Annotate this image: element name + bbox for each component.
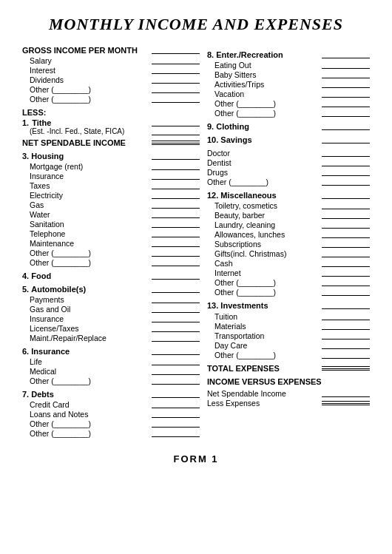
transportation-line [322,332,370,340]
food-num: 4. [22,271,29,280]
gifts-row: Gifts(incl. Christmas) [207,249,370,258]
h-other2-label: Other (________) [22,258,152,267]
misc-other1-line [322,279,370,286]
enter-header-row: 8. Enter./Recreation [207,50,370,59]
taxes-line [152,182,200,189]
h-insurance-row: Insurance [22,172,200,180]
taxes-row: Taxes [22,181,200,190]
misc-label: Miscellaneous [220,191,276,200]
other1-label: Other (________) [22,85,152,94]
gas-label: Gas [22,200,152,209]
h-insurance-label: Insurance [22,172,152,180]
cash-row: Cash [207,259,370,268]
m-other-line [322,178,370,186]
materials-line [322,322,370,330]
h-other2-line [152,259,200,266]
dentist-label: Dentist [207,158,322,167]
gas-oil-line [152,305,200,313]
ins-other-label: Other (________) [22,376,152,385]
daycare-label: Day Care [207,341,322,350]
gas-oil-row: Gas and Oil [22,305,200,314]
doctor-row: Doctor [207,149,370,158]
less-expenses-label: Less Expenses [207,399,322,408]
e-other2-row: Other (________) [207,109,370,118]
beauty-label: Beauty, barber [207,211,322,220]
ins-header-row: 6. Insurance [22,347,200,356]
d-other2-line [152,430,200,437]
auto-header-row: 5. Automobile(s) [22,285,200,294]
savings-header-row: 10. Savings [207,135,370,144]
internet-line [322,269,370,277]
loans-row: Loans and Notes [22,410,200,419]
dividends-row: Dividends [22,75,200,84]
maint-label: Maint./Repair/Replace [22,334,152,342]
savings-line [322,136,370,143]
internet-row: Internet [207,268,370,277]
food-line [152,272,200,280]
auto-insurance-line [152,315,200,322]
daycare-row: Day Care [207,341,370,350]
credit-label: Credit Card [22,400,152,409]
license-label: License/Taxes [22,324,152,333]
water-row: Water [22,210,200,219]
less-expenses-line [322,401,370,405]
clothing-num: 9. [207,122,214,131]
dentist-line [322,159,370,166]
m-other-label: Other (________) [207,178,322,186]
less-label: LESS: [22,108,200,117]
taxes-label: Taxes [22,181,152,190]
misc-num: 12. [207,191,218,200]
ins-other-row: Other (________) [22,376,200,385]
housing-header-row: 3. Housing [22,152,200,161]
less-expenses-row: Less Expenses [207,399,370,408]
gas-oil-label: Gas and Oil [22,305,152,314]
net-row: NET SPENDABLE INCOME [22,138,200,147]
drugs-label: Drugs [207,168,322,177]
ins-other-line [152,377,200,385]
net-spendable-row: Net Spendable Income [207,389,370,398]
gross-income-header: GROSS INCOME PER MONTH [22,46,138,55]
net-label: NET SPENDABLE INCOME [22,138,126,147]
misc-header-row: 12. Miscellaneous [207,191,370,200]
medical-line [152,368,200,375]
subscriptions-label: Subscriptions [207,240,322,249]
telephone-label: Telephone [22,229,152,238]
activities-label: Activities/Trips [207,80,322,89]
beauty-line [322,212,370,219]
tithe-num: 1. [22,118,29,127]
form-footer: FORM 1 [22,453,370,465]
toiletry-label: Toiletry, cosmetics [207,201,322,210]
payments-row: Payments [22,295,200,304]
misc-total-line [322,192,370,199]
electricity-row: Electricity [22,191,200,200]
subscriptions-line [322,240,370,248]
salary-line [152,57,200,64]
d-other1-line [152,420,200,428]
left-column: GROSS INCOME PER MONTH Salary Interest D… [22,46,200,439]
income-vs-label: INCOME VERSUS EXPENSES [207,377,322,386]
materials-row: Materials [207,322,370,331]
debts-total-line [152,391,200,398]
misc-other2-line [322,288,370,296]
debts-num: 7. [22,390,29,399]
auto-insurance-label: Insurance [22,314,152,323]
income-vs-section: INCOME VERSUS EXPENSES [207,377,370,386]
d-other2-row: Other (________) [22,429,200,438]
maint-row: Maint./Repair/Replace [22,334,200,342]
laundry-label: Laundry, cleaning [207,220,322,229]
salary-label: Salary [22,56,152,65]
misc-other1-label: Other (________) [207,278,322,287]
gas-row: Gas [22,200,200,209]
d-other1-label: Other (________) [22,419,152,428]
life-line [152,358,200,365]
h-other1-row: Other (________) [22,249,200,257]
sanitation-label: Sanitation [22,220,152,229]
e-other1-row: Other (________) [207,99,370,108]
payments-line [152,296,200,303]
maint-line [152,334,200,342]
d-other2-label: Other (________) [22,429,152,438]
tuition-line [322,313,370,320]
payments-label: Payments [22,295,152,304]
drugs-row: Drugs [207,168,370,177]
est-label: (Est. -Incl. Fed., State, FICA) [30,127,124,135]
